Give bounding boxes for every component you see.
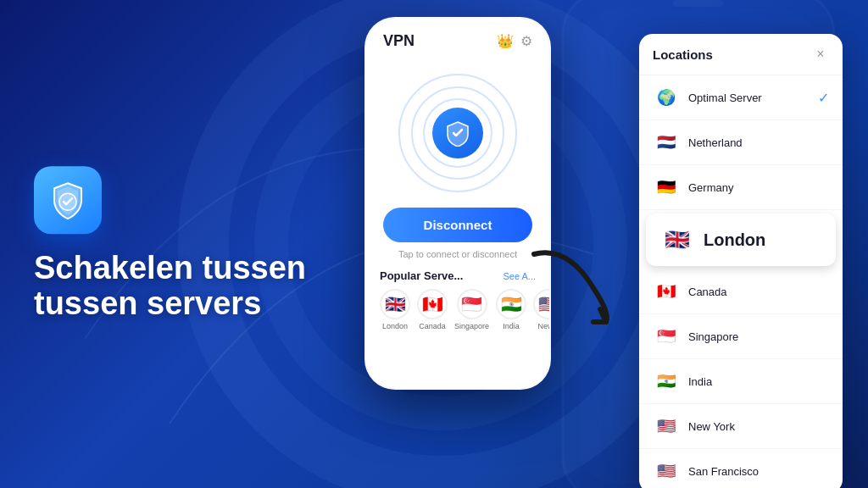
flag-label-singapore: Singapore bbox=[454, 322, 489, 330]
location-name-optimal: Optimal Server bbox=[688, 92, 810, 104]
server-flags-list: 🇬🇧 London 🇨🇦 Canada 🇸🇬 Singapore 🇮🇳 Indi… bbox=[380, 289, 536, 330]
ripple-container bbox=[398, 74, 517, 192]
shield-center-icon bbox=[432, 108, 483, 158]
flag-canada: 🇨🇦 bbox=[653, 278, 680, 305]
tap-hint: Tap to connect or disconnect bbox=[366, 249, 549, 259]
location-item-germany[interactable]: 🇩🇪 Germany bbox=[639, 165, 843, 210]
shield-vpn-icon bbox=[47, 180, 88, 220]
flag-singapore: 🇸🇬 bbox=[653, 323, 680, 350]
phone-mockup: VPN 👑 ⚙ Disconnect Tap to connect or bbox=[364, 17, 551, 390]
phone-screen: VPN 👑 ⚙ Disconnect Tap to connect or bbox=[366, 19, 549, 388]
vpn-shield-area bbox=[366, 57, 549, 201]
location-item-london[interactable]: 🇬🇧 London bbox=[646, 214, 836, 266]
left-content: Schakelen tussen tussen servers bbox=[34, 166, 322, 322]
locations-title: Locations bbox=[653, 47, 713, 62]
location-item-netherland[interactable]: 🇳🇱 Netherland bbox=[639, 120, 843, 165]
flag-circle-singapore: 🇸🇬 bbox=[457, 289, 487, 319]
location-item-newyork[interactable]: 🇺🇸 New York bbox=[639, 404, 843, 449]
location-item-canada[interactable]: 🇨🇦 Canada bbox=[639, 269, 843, 314]
server-flag-singapore[interactable]: 🇸🇬 Singapore bbox=[454, 289, 489, 330]
flag-label-london: London bbox=[382, 322, 408, 330]
phone-header-icons: 👑 ⚙ bbox=[497, 33, 532, 49]
location-item-sanfrancisco[interactable]: 🇺🇸 San Francisco bbox=[639, 449, 843, 488]
popular-servers-section: Popular Serve... See A... 🇬🇧 London 🇨🇦 C… bbox=[366, 259, 549, 330]
location-name-sanfrancisco: San Francisco bbox=[688, 465, 829, 478]
settings-icon: ⚙ bbox=[520, 33, 532, 49]
disconnect-button[interactable]: Disconnect bbox=[383, 208, 532, 242]
arrow-decoration bbox=[526, 237, 627, 342]
shield-check-icon bbox=[444, 119, 471, 147]
crown-icon: 👑 bbox=[497, 33, 514, 49]
location-item-optimal[interactable]: 🌍 Optimal Server ✓ bbox=[639, 75, 843, 120]
flag-label-india: India bbox=[503, 322, 520, 330]
app-icon bbox=[34, 166, 102, 234]
phone-app-title: VPN bbox=[383, 32, 415, 50]
location-name-singapore: Singapore bbox=[688, 330, 829, 343]
location-name-india: India bbox=[688, 375, 829, 388]
location-name-canada: Canada bbox=[688, 286, 829, 298]
flag-circle-uk: 🇬🇧 bbox=[380, 289, 410, 319]
location-item-india[interactable]: 🇮🇳 India bbox=[639, 359, 843, 404]
close-button[interactable]: × bbox=[812, 46, 829, 63]
location-name-london: London bbox=[704, 230, 822, 250]
flag-sanfrancisco: 🇺🇸 bbox=[653, 458, 680, 485]
checkmark-optimal: ✓ bbox=[818, 90, 829, 106]
popular-servers-label: Popular Serve... bbox=[380, 269, 463, 282]
location-name-germany: Germany bbox=[688, 181, 829, 194]
locations-panel: Locations × 🌍 Optimal Server ✓ 🇳🇱 Nether… bbox=[639, 34, 843, 488]
popular-servers-header: Popular Serve... See A... bbox=[380, 269, 536, 282]
flag-circle-canada: 🇨🇦 bbox=[417, 289, 448, 319]
flag-london: 🇬🇧 bbox=[659, 222, 695, 258]
phone-header: VPN 👑 ⚙ bbox=[366, 19, 549, 57]
flag-india: 🇮🇳 bbox=[653, 368, 680, 395]
flag-newyork: 🇺🇸 bbox=[653, 413, 680, 440]
location-item-singapore[interactable]: 🇸🇬 Singapore bbox=[639, 314, 843, 359]
flag-optimal: 🌍 bbox=[653, 84, 680, 111]
locations-header: Locations × bbox=[639, 34, 843, 75]
location-name-newyork: New York bbox=[688, 420, 829, 433]
main-title: Schakelen tussen tussen servers bbox=[34, 251, 322, 322]
server-flag-india[interactable]: 🇮🇳 India bbox=[496, 289, 526, 330]
server-flag-canada[interactable]: 🇨🇦 Canada bbox=[417, 289, 448, 330]
flag-netherland: 🇳🇱 bbox=[653, 129, 680, 156]
server-flag-london[interactable]: 🇬🇧 London bbox=[380, 289, 410, 330]
svg-rect-4 bbox=[673, 0, 724, 7]
flag-circle-india: 🇮🇳 bbox=[496, 289, 526, 319]
flag-germany: 🇩🇪 bbox=[653, 174, 680, 201]
flag-label-canada: Canada bbox=[419, 322, 446, 330]
location-name-netherland: Netherland bbox=[688, 136, 829, 149]
